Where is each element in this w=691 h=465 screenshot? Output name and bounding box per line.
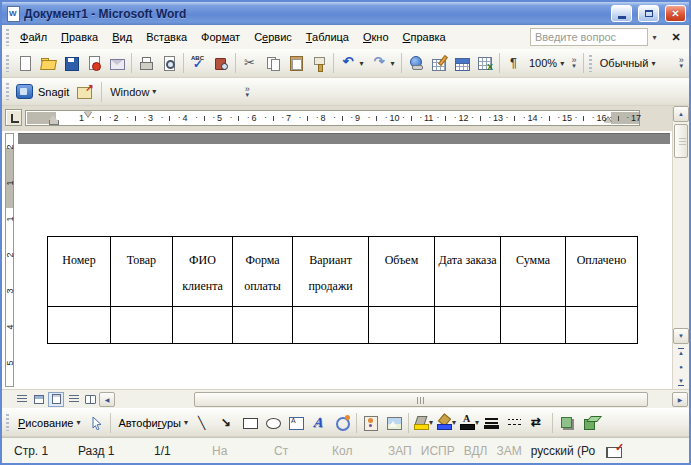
font-color-button[interactable] [458, 412, 480, 434]
open-button[interactable] [37, 52, 59, 74]
table-header-cell[interactable]: Дата заказа [435, 237, 501, 307]
table-header-cell[interactable]: Оплачено [566, 237, 638, 307]
status-mode-record[interactable]: ЗАП [388, 444, 412, 458]
line-button[interactable] [193, 412, 215, 434]
print-preview-button[interactable] [158, 52, 180, 74]
autoshapes-menu-button[interactable]: Автофигуры [114, 412, 192, 434]
style-combo[interactable]: Обычный [597, 53, 675, 73]
snagit-capture-button[interactable] [74, 81, 96, 103]
status-mode-extend[interactable]: ВДЛ [464, 444, 488, 458]
arrow-style-button[interactable] [527, 412, 549, 434]
spelling-button[interactable] [187, 52, 209, 74]
table-cell[interactable] [111, 307, 173, 344]
horizontal-scroll-track[interactable] [117, 392, 670, 407]
shadow-style-button[interactable] [556, 412, 578, 434]
table-header-cell[interactable]: ФИО клиента [173, 237, 233, 307]
line-style-button[interactable] [481, 412, 503, 434]
previous-page-button[interactable]: ▲ [673, 344, 689, 359]
tab-stop-selector[interactable] [5, 109, 22, 126]
permission-button[interactable] [83, 52, 105, 74]
paste-button[interactable] [285, 52, 307, 74]
scroll-up-icon[interactable]: ▲ [673, 106, 689, 122]
select-objects-button[interactable] [85, 412, 107, 434]
table-cell[interactable] [233, 307, 293, 344]
table-cell[interactable] [173, 307, 233, 344]
reading-layout-view-button[interactable] [82, 392, 98, 407]
status-language[interactable]: русский (Ро [531, 444, 596, 458]
new-document-button[interactable] [14, 52, 36, 74]
tables-and-borders-button[interactable] [428, 52, 450, 74]
toolbar-drag-handle[interactable] [589, 55, 592, 72]
document-table[interactable]: Номер Товар ФИО клиента Форма оплаты Вар… [47, 236, 638, 344]
cut-button[interactable] [239, 52, 261, 74]
vertical-scrollbar[interactable]: ▲ ▼ ▲ ● ▼ [672, 106, 689, 389]
insert-picture-button[interactable] [383, 412, 405, 434]
spelling-status-icon[interactable] [605, 444, 623, 458]
vertical-scroll-track[interactable] [673, 122, 689, 328]
table-cell[interactable] [48, 307, 111, 344]
scroll-right-icon[interactable]: ▶ [672, 392, 688, 407]
menu-item-format[interactable]: Формат [194, 27, 247, 47]
horizontal-ruler[interactable]: 1··2··3··4··5··6··7··8··9··10··11··12··1… [25, 106, 672, 131]
table-cell[interactable] [293, 307, 369, 344]
toolbar-drag-handle[interactable] [6, 55, 9, 72]
line-color-button[interactable] [435, 412, 457, 434]
toolbar-drag-handle[interactable] [6, 83, 9, 100]
print-layout-view-button[interactable] [48, 392, 64, 407]
vertical-ruler[interactable]: 21123456 [2, 131, 18, 389]
format-painter-button[interactable] [308, 52, 330, 74]
scroll-down-icon[interactable]: ▼ [673, 328, 689, 344]
print-button[interactable] [135, 52, 157, 74]
zoom-combo[interactable]: 100% [526, 53, 567, 73]
table-header-cell[interactable]: Сумма [501, 237, 566, 307]
table-header-cell[interactable]: Объем [369, 237, 435, 307]
scroll-left-icon[interactable]: ◀ [99, 392, 115, 407]
select-browse-object-button[interactable]: ● [673, 359, 689, 374]
3d-style-button[interactable] [579, 412, 601, 434]
menu-item-file[interactable]: Файл [13, 27, 54, 47]
redo-button[interactable] [368, 52, 398, 74]
fill-color-button[interactable] [412, 412, 434, 434]
save-button[interactable] [60, 52, 82, 74]
rectangle-button[interactable] [239, 412, 261, 434]
vertical-scroll-thumb[interactable] [674, 124, 688, 158]
show-formatting-marks-button[interactable] [503, 52, 525, 74]
table-cell[interactable] [435, 307, 501, 344]
web-layout-view-button[interactable] [31, 392, 47, 407]
table-header-cell[interactable]: Форма оплаты [233, 237, 293, 307]
copy-button[interactable] [262, 52, 284, 74]
toolbar-options-chevron[interactable] [675, 52, 687, 74]
draw-menu-button[interactable]: Рисование [14, 412, 84, 434]
toolbar-options-chevron[interactable] [568, 52, 580, 74]
table-cell[interactable] [369, 307, 435, 344]
insert-table-button[interactable] [451, 52, 473, 74]
table-header-cell[interactable]: Вариант продажи [293, 237, 369, 307]
snagit-profile-combo[interactable]: Window [107, 82, 237, 102]
table-header-cell[interactable]: Номер [48, 237, 111, 307]
toolbar-drag-handle[interactable] [6, 29, 9, 46]
title-bar[interactable]: Документ1 - Microsoft Word [2, 2, 689, 25]
research-button[interactable] [210, 52, 232, 74]
menu-item-tools[interactable]: Сервис [247, 27, 299, 47]
oval-button[interactable] [262, 412, 284, 434]
dash-style-button[interactable] [504, 412, 526, 434]
horizontal-scroll-thumb[interactable] [194, 392, 647, 407]
menu-item-window[interactable]: Окно [356, 27, 396, 47]
wordart-button[interactable] [308, 412, 330, 434]
diagram-button[interactable] [331, 412, 353, 434]
toolbar-options-chevron[interactable] [240, 81, 254, 103]
outline-view-button[interactable] [65, 392, 81, 407]
next-page-button[interactable]: ▼ [673, 374, 689, 389]
undo-button[interactable] [337, 52, 367, 74]
question-dropdown-arrow-icon[interactable] [648, 28, 661, 46]
close-document-icon[interactable] [667, 28, 685, 46]
page[interactable]: Номер Товар ФИО клиента Форма оплаты Вар… [18, 144, 672, 389]
menu-item-insert[interactable]: Вставка [139, 27, 194, 47]
table-header-cell[interactable]: Товар [111, 237, 173, 307]
status-mode-overtype[interactable]: ЗАМ [496, 444, 521, 458]
normal-view-button[interactable] [14, 392, 30, 407]
close-button[interactable] [665, 5, 686, 22]
menu-item-table[interactable]: Таблица [299, 27, 356, 47]
clip-art-button[interactable] [360, 412, 382, 434]
menu-item-view[interactable]: Вид [105, 27, 139, 47]
